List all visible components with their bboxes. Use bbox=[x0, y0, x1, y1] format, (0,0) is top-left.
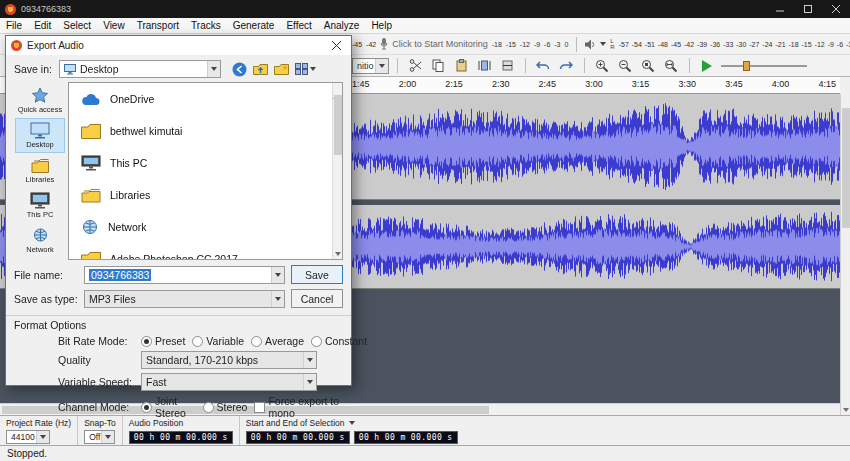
file-list-scrollbar[interactable] bbox=[332, 83, 342, 259]
folder-icon bbox=[81, 252, 101, 261]
window-title: 0934766383 bbox=[21, 4, 71, 14]
selection-end-field[interactable]: 00 h 00 m 00.000 s bbox=[354, 431, 458, 444]
vertical-scrollbar-thumb[interactable] bbox=[842, 108, 850, 228]
redo-icon[interactable] bbox=[557, 57, 576, 74]
file-item-network[interactable]: Network bbox=[69, 211, 342, 243]
file-name-row: File name: 0934766383 Save bbox=[14, 265, 343, 284]
menu-effect[interactable]: Effect bbox=[280, 18, 317, 33]
channel-joint-stereo-radio[interactable]: Joint Stereo bbox=[141, 395, 196, 419]
trim-audio-icon[interactable] bbox=[475, 57, 494, 74]
force-mono-checkbox[interactable]: Force export to mono bbox=[254, 395, 343, 419]
file-name-combo-arrow[interactable] bbox=[271, 267, 284, 283]
sidebar-item-network[interactable]: Network bbox=[15, 223, 65, 258]
file-item-onedrive[interactable]: OneDrive bbox=[69, 83, 342, 115]
save-as-type-combo[interactable]: MP3 Files bbox=[84, 290, 285, 308]
bit-rate-constant-radio[interactable]: Constant bbox=[311, 335, 367, 347]
back-icon[interactable] bbox=[232, 62, 247, 77]
project-rate-value: 44100 bbox=[11, 432, 35, 442]
bit-rate-mode-label: Bit Rate Mode: bbox=[58, 335, 134, 347]
bit-rate-average-radio[interactable]: Average bbox=[251, 335, 304, 347]
radio-icon bbox=[141, 402, 152, 413]
menu-transport[interactable]: Transport bbox=[131, 18, 185, 33]
menu-generate[interactable]: Generate bbox=[227, 18, 281, 33]
snap-to-combo[interactable]: Off bbox=[84, 430, 115, 444]
selection-range-menu-icon[interactable] bbox=[349, 421, 355, 425]
zoom-in-icon[interactable] bbox=[593, 57, 612, 74]
radio-icon bbox=[251, 336, 262, 347]
file-item-libraries[interactable]: Libraries bbox=[69, 179, 342, 211]
audio-position-field[interactable]: 00 h 00 m 00.000 s bbox=[129, 431, 233, 444]
scroll-down-icon[interactable] bbox=[335, 252, 341, 256]
silence-audio-icon[interactable] bbox=[498, 57, 517, 74]
variable-speed-combo[interactable]: Fast bbox=[141, 373, 317, 391]
bit-rate-preset-radio[interactable]: Preset bbox=[141, 335, 185, 347]
status-text: Stopped. bbox=[7, 448, 47, 459]
cut-icon[interactable] bbox=[406, 57, 425, 74]
zoom-out-icon[interactable] bbox=[616, 57, 635, 74]
play-speed-slider[interactable] bbox=[721, 59, 807, 73]
play-speed-slider-thumb[interactable] bbox=[743, 61, 750, 71]
quality-combo[interactable]: Standard, 170-210 kbps bbox=[141, 351, 317, 369]
file-item-this-pc[interactable]: This PC bbox=[69, 147, 342, 179]
copy-icon[interactable] bbox=[429, 57, 448, 74]
snap-to-label: Snap-To bbox=[84, 418, 116, 428]
save-as-type-combo-arrow[interactable] bbox=[271, 291, 284, 307]
sidebar-item-libraries[interactable]: Libraries bbox=[15, 153, 65, 188]
menu-tracks[interactable]: Tracks bbox=[185, 18, 227, 33]
radio-icon bbox=[203, 402, 214, 413]
onedrive-icon bbox=[81, 93, 101, 106]
record-meter-monitor-text[interactable]: Click to Start Monitoring bbox=[392, 39, 488, 49]
sidebar-item-desktop[interactable]: Desktop bbox=[15, 118, 65, 153]
sidebar-item-label: Desktop bbox=[26, 140, 54, 149]
bit-rate-variable-radio[interactable]: Variable bbox=[192, 335, 244, 347]
channel-stereo-radio[interactable]: Stereo bbox=[203, 401, 248, 413]
menu-select[interactable]: Select bbox=[57, 18, 97, 33]
libraries-icon bbox=[81, 188, 101, 203]
up-one-level-icon[interactable] bbox=[253, 63, 268, 76]
file-list-scrollbar-thumb[interactable] bbox=[334, 95, 342, 155]
desktop-icon bbox=[30, 122, 50, 139]
project-rate-combo[interactable]: 44100 bbox=[6, 430, 50, 444]
menu-file[interactable]: File bbox=[0, 18, 28, 33]
vertical-scrollbar[interactable] bbox=[840, 94, 850, 415]
save-in-combo[interactable]: Desktop bbox=[59, 60, 221, 78]
menu-edit[interactable]: Edit bbox=[28, 18, 57, 33]
device-combo-arrow[interactable] bbox=[375, 59, 388, 73]
file-item-adobe-photoshop[interactable]: Adobe Photoshop CC 2017 bbox=[69, 243, 342, 260]
menu-view[interactable]: View bbox=[97, 18, 131, 33]
save-in-combo-arrow[interactable] bbox=[207, 61, 220, 77]
menu-help[interactable]: Help bbox=[365, 18, 398, 33]
undo-icon[interactable] bbox=[534, 57, 553, 74]
play-meter-scale[interactable]: -57 -54 -51 -48 -45 -42 -39 -36 -33 -30 … bbox=[619, 41, 850, 48]
selection-range-label: Start and End of Selection bbox=[246, 418, 345, 428]
paste-icon[interactable] bbox=[452, 57, 471, 74]
new-folder-icon[interactable] bbox=[274, 63, 289, 76]
zoom-selection-icon[interactable] bbox=[639, 57, 658, 74]
timeline-tick: 3:45 bbox=[725, 79, 743, 89]
meter-dropdown-icon[interactable] bbox=[600, 42, 606, 46]
file-item-user-folder[interactable]: bethwel kimutai bbox=[69, 115, 342, 147]
save-button[interactable]: Save bbox=[291, 265, 343, 284]
close-button[interactable] bbox=[822, 0, 850, 18]
toolbar-divider bbox=[397, 58, 398, 73]
maximize-button[interactable] bbox=[794, 0, 822, 18]
menu-analyze[interactable]: Analyze bbox=[318, 18, 366, 33]
variable-speed-combo-arrow[interactable] bbox=[303, 374, 316, 390]
minimize-button[interactable] bbox=[766, 0, 794, 18]
cancel-button[interactable]: Cancel bbox=[291, 289, 343, 308]
view-menu-icon[interactable] bbox=[295, 63, 316, 75]
file-item-label: This PC bbox=[110, 157, 147, 169]
radio-label: Stereo bbox=[217, 401, 248, 413]
sidebar-item-quick-access[interactable]: Quick access bbox=[15, 83, 65, 118]
dialog-close-icon[interactable] bbox=[321, 36, 351, 55]
radio-label: Average bbox=[265, 335, 304, 347]
scroll-down-icon[interactable] bbox=[843, 408, 849, 412]
play-at-speed-icon[interactable] bbox=[698, 57, 717, 74]
sidebar-item-this-pc[interactable]: This PC bbox=[15, 188, 65, 223]
file-name-input[interactable]: 0934766383 bbox=[84, 266, 285, 284]
quality-combo-arrow[interactable] bbox=[303, 352, 316, 368]
device-combo[interactable]: nitio bbox=[352, 58, 389, 74]
selection-start-field[interactable]: 00 h 00 m 00.000 s bbox=[246, 431, 350, 444]
snap-to-value: Off bbox=[89, 432, 100, 442]
zoom-fit-icon[interactable] bbox=[662, 57, 681, 74]
